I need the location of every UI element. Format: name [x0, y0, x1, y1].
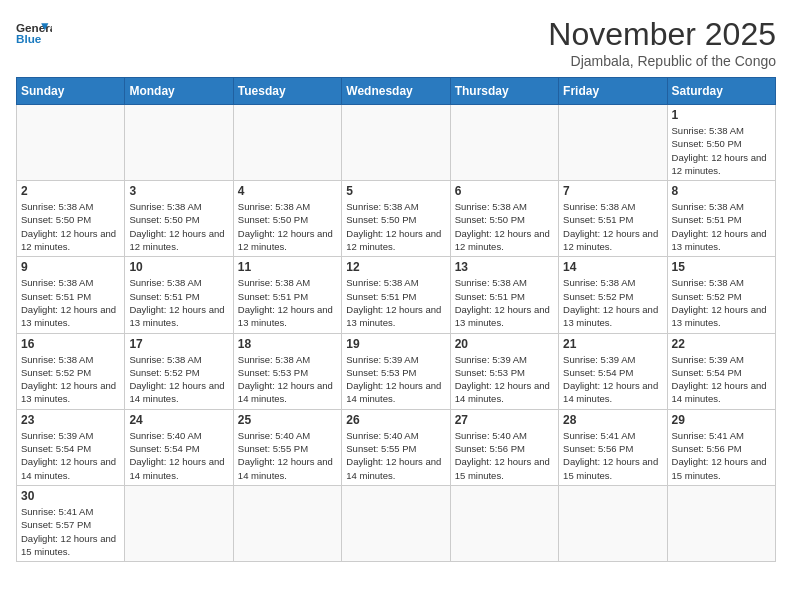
day-number: 3	[129, 184, 228, 198]
day-number: 9	[21, 260, 120, 274]
weekday-header-row: SundayMondayTuesdayWednesdayThursdayFrid…	[17, 78, 776, 105]
weekday-header-friday: Friday	[559, 78, 667, 105]
day-info: Sunrise: 5:38 AMSunset: 5:50 PMDaylight:…	[455, 200, 554, 253]
month-year: November 2025	[548, 16, 776, 53]
day-number: 21	[563, 337, 662, 351]
day-number: 26	[346, 413, 445, 427]
calendar-cell	[559, 485, 667, 561]
day-number: 5	[346, 184, 445, 198]
day-number: 19	[346, 337, 445, 351]
day-number: 14	[563, 260, 662, 274]
day-number: 30	[21, 489, 120, 503]
calendar-cell: 19Sunrise: 5:39 AMSunset: 5:53 PMDayligh…	[342, 333, 450, 409]
calendar-cell: 6Sunrise: 5:38 AMSunset: 5:50 PMDaylight…	[450, 181, 558, 257]
calendar-cell	[125, 485, 233, 561]
calendar-cell: 27Sunrise: 5:40 AMSunset: 5:56 PMDayligh…	[450, 409, 558, 485]
calendar-week-5: 23Sunrise: 5:39 AMSunset: 5:54 PMDayligh…	[17, 409, 776, 485]
calendar-week-1: 1Sunrise: 5:38 AMSunset: 5:50 PMDaylight…	[17, 105, 776, 181]
day-number: 15	[672, 260, 771, 274]
day-info: Sunrise: 5:38 AMSunset: 5:51 PMDaylight:…	[21, 276, 120, 329]
calendar-cell	[17, 105, 125, 181]
day-info: Sunrise: 5:39 AMSunset: 5:53 PMDaylight:…	[346, 353, 445, 406]
day-number: 4	[238, 184, 337, 198]
day-info: Sunrise: 5:38 AMSunset: 5:51 PMDaylight:…	[563, 200, 662, 253]
calendar-cell: 30Sunrise: 5:41 AMSunset: 5:57 PMDayligh…	[17, 485, 125, 561]
calendar-cell: 14Sunrise: 5:38 AMSunset: 5:52 PMDayligh…	[559, 257, 667, 333]
calendar-week-3: 9Sunrise: 5:38 AMSunset: 5:51 PMDaylight…	[17, 257, 776, 333]
calendar-cell: 1Sunrise: 5:38 AMSunset: 5:50 PMDaylight…	[667, 105, 775, 181]
calendar-cell: 5Sunrise: 5:38 AMSunset: 5:50 PMDaylight…	[342, 181, 450, 257]
svg-text:Blue: Blue	[16, 32, 42, 45]
calendar-week-2: 2Sunrise: 5:38 AMSunset: 5:50 PMDaylight…	[17, 181, 776, 257]
calendar-cell: 10Sunrise: 5:38 AMSunset: 5:51 PMDayligh…	[125, 257, 233, 333]
day-number: 29	[672, 413, 771, 427]
calendar-cell: 21Sunrise: 5:39 AMSunset: 5:54 PMDayligh…	[559, 333, 667, 409]
day-info: Sunrise: 5:40 AMSunset: 5:55 PMDaylight:…	[238, 429, 337, 482]
calendar-cell	[233, 485, 341, 561]
day-info: Sunrise: 5:38 AMSunset: 5:50 PMDaylight:…	[21, 200, 120, 253]
calendar-week-4: 16Sunrise: 5:38 AMSunset: 5:52 PMDayligh…	[17, 333, 776, 409]
day-number: 2	[21, 184, 120, 198]
calendar-cell: 12Sunrise: 5:38 AMSunset: 5:51 PMDayligh…	[342, 257, 450, 333]
header: General Blue November 2025 Djambala, Rep…	[16, 16, 776, 69]
day-info: Sunrise: 5:39 AMSunset: 5:54 PMDaylight:…	[563, 353, 662, 406]
weekday-header-sunday: Sunday	[17, 78, 125, 105]
weekday-header-saturday: Saturday	[667, 78, 775, 105]
weekday-header-thursday: Thursday	[450, 78, 558, 105]
day-info: Sunrise: 5:41 AMSunset: 5:56 PMDaylight:…	[563, 429, 662, 482]
calendar-cell: 13Sunrise: 5:38 AMSunset: 5:51 PMDayligh…	[450, 257, 558, 333]
calendar-cell: 7Sunrise: 5:38 AMSunset: 5:51 PMDaylight…	[559, 181, 667, 257]
calendar-cell: 26Sunrise: 5:40 AMSunset: 5:55 PMDayligh…	[342, 409, 450, 485]
day-info: Sunrise: 5:40 AMSunset: 5:56 PMDaylight:…	[455, 429, 554, 482]
day-number: 28	[563, 413, 662, 427]
day-info: Sunrise: 5:38 AMSunset: 5:50 PMDaylight:…	[238, 200, 337, 253]
day-info: Sunrise: 5:38 AMSunset: 5:51 PMDaylight:…	[346, 276, 445, 329]
day-info: Sunrise: 5:38 AMSunset: 5:50 PMDaylight:…	[129, 200, 228, 253]
calendar-week-6: 30Sunrise: 5:41 AMSunset: 5:57 PMDayligh…	[17, 485, 776, 561]
calendar-cell: 22Sunrise: 5:39 AMSunset: 5:54 PMDayligh…	[667, 333, 775, 409]
calendar-table: SundayMondayTuesdayWednesdayThursdayFrid…	[16, 77, 776, 562]
day-info: Sunrise: 5:38 AMSunset: 5:50 PMDaylight:…	[672, 124, 771, 177]
calendar-cell: 25Sunrise: 5:40 AMSunset: 5:55 PMDayligh…	[233, 409, 341, 485]
calendar-cell	[450, 105, 558, 181]
day-info: Sunrise: 5:38 AMSunset: 5:52 PMDaylight:…	[129, 353, 228, 406]
day-info: Sunrise: 5:39 AMSunset: 5:54 PMDaylight:…	[672, 353, 771, 406]
day-info: Sunrise: 5:38 AMSunset: 5:52 PMDaylight:…	[672, 276, 771, 329]
day-info: Sunrise: 5:38 AMSunset: 5:52 PMDaylight:…	[21, 353, 120, 406]
day-number: 17	[129, 337, 228, 351]
calendar-cell: 2Sunrise: 5:38 AMSunset: 5:50 PMDaylight…	[17, 181, 125, 257]
day-number: 13	[455, 260, 554, 274]
calendar-cell: 28Sunrise: 5:41 AMSunset: 5:56 PMDayligh…	[559, 409, 667, 485]
calendar-cell: 16Sunrise: 5:38 AMSunset: 5:52 PMDayligh…	[17, 333, 125, 409]
calendar-cell	[342, 105, 450, 181]
day-number: 8	[672, 184, 771, 198]
day-info: Sunrise: 5:39 AMSunset: 5:53 PMDaylight:…	[455, 353, 554, 406]
day-number: 1	[672, 108, 771, 122]
day-number: 23	[21, 413, 120, 427]
day-number: 20	[455, 337, 554, 351]
logo-icon: General Blue	[16, 16, 52, 52]
calendar-cell	[667, 485, 775, 561]
weekday-header-monday: Monday	[125, 78, 233, 105]
day-number: 22	[672, 337, 771, 351]
day-info: Sunrise: 5:38 AMSunset: 5:51 PMDaylight:…	[238, 276, 337, 329]
day-info: Sunrise: 5:38 AMSunset: 5:53 PMDaylight:…	[238, 353, 337, 406]
calendar-cell	[233, 105, 341, 181]
day-info: Sunrise: 5:38 AMSunset: 5:51 PMDaylight:…	[129, 276, 228, 329]
calendar-cell: 9Sunrise: 5:38 AMSunset: 5:51 PMDaylight…	[17, 257, 125, 333]
calendar-cell: 4Sunrise: 5:38 AMSunset: 5:50 PMDaylight…	[233, 181, 341, 257]
calendar-cell: 11Sunrise: 5:38 AMSunset: 5:51 PMDayligh…	[233, 257, 341, 333]
day-number: 16	[21, 337, 120, 351]
day-info: Sunrise: 5:38 AMSunset: 5:51 PMDaylight:…	[455, 276, 554, 329]
calendar-cell	[342, 485, 450, 561]
calendar-cell: 18Sunrise: 5:38 AMSunset: 5:53 PMDayligh…	[233, 333, 341, 409]
day-number: 18	[238, 337, 337, 351]
day-info: Sunrise: 5:38 AMSunset: 5:51 PMDaylight:…	[672, 200, 771, 253]
title-block: November 2025 Djambala, Republic of the …	[548, 16, 776, 69]
day-number: 25	[238, 413, 337, 427]
day-info: Sunrise: 5:39 AMSunset: 5:54 PMDaylight:…	[21, 429, 120, 482]
location: Djambala, Republic of the Congo	[548, 53, 776, 69]
calendar-cell: 23Sunrise: 5:39 AMSunset: 5:54 PMDayligh…	[17, 409, 125, 485]
day-number: 7	[563, 184, 662, 198]
day-info: Sunrise: 5:40 AMSunset: 5:55 PMDaylight:…	[346, 429, 445, 482]
